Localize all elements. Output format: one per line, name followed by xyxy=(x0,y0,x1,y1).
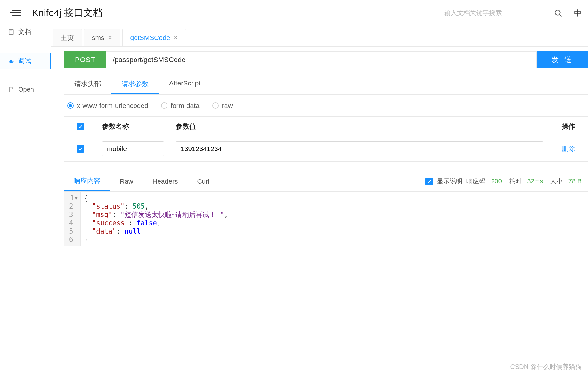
params-table: 参数名称 参数值 操作 xyxy=(64,116,588,162)
main-panel: 主页 sms ✕ getSMSCode ✕ POST /passport/get… xyxy=(51,26,588,375)
col-header-action: 操作 xyxy=(549,117,588,136)
svg-line-11 xyxy=(12,62,13,63)
search-input[interactable] xyxy=(442,6,544,20)
checkbox-show-desc[interactable] xyxy=(425,178,433,185)
radio-label: x-www-form-urlencoded xyxy=(77,102,148,109)
param-name-input[interactable] xyxy=(102,141,164,156)
sidebar-item-debug[interactable]: 调试 xyxy=(0,53,51,69)
resp-code-label: 响应码: xyxy=(466,177,487,186)
show-desc-label: 显示说明 xyxy=(437,177,462,186)
page-tabs: 主页 sms ✕ getSMSCode ✕ xyxy=(51,29,588,47)
bug-icon xyxy=(8,58,14,64)
language-switch[interactable]: 中 xyxy=(574,8,582,18)
resp-size-label: 大小: xyxy=(550,177,565,186)
delete-link[interactable]: 删除 xyxy=(562,144,575,153)
col-header-value: 参数值 xyxy=(170,117,549,136)
send-button[interactable]: 发 送 xyxy=(537,51,588,68)
sidebar-item-doc[interactable]: 文档 xyxy=(0,28,51,40)
app-title: Knife4j 接口文档 xyxy=(32,6,442,20)
table-row: 删除 xyxy=(64,136,588,161)
resp-tab-headers[interactable]: Headers xyxy=(143,172,187,190)
radio-urlencoded[interactable]: x-www-form-urlencoded xyxy=(67,102,148,109)
close-icon[interactable]: ✕ xyxy=(173,34,178,41)
radio-icon xyxy=(67,102,74,109)
svg-line-1 xyxy=(560,14,562,16)
col-header-name: 参数名称 xyxy=(96,117,170,136)
radio-label: raw xyxy=(222,102,233,109)
radio-raw[interactable]: raw xyxy=(212,102,233,109)
request-tabs: 请求头部 请求参数 AfterScript xyxy=(64,74,588,95)
sidebar-item-label: 文档 xyxy=(18,28,31,36)
req-tab-params[interactable]: 请求参数 xyxy=(111,74,159,94)
sidebar: 文档 调试 Open xyxy=(0,26,51,375)
doc-icon xyxy=(8,29,14,35)
close-icon[interactable]: ✕ xyxy=(108,34,112,41)
http-method-badge: POST xyxy=(64,51,106,68)
svg-line-10 xyxy=(9,62,10,63)
param-value-input[interactable] xyxy=(176,141,543,156)
resp-tab-raw[interactable]: Raw xyxy=(110,172,143,190)
radio-formdata[interactable]: form-data xyxy=(161,102,200,109)
resp-tab-curl[interactable]: Curl xyxy=(187,172,219,190)
body-type-radios: x-www-form-urlencoded form-data raw xyxy=(64,95,588,116)
url-row: POST /passport/getSMSCode 发 送 xyxy=(64,51,588,68)
sidebar-item-open[interactable]: Open xyxy=(0,82,51,97)
response-tabs: 响应内容 Raw Headers Curl 显示说明 响应码: 200 耗时: … xyxy=(64,171,588,192)
response-section: 响应内容 Raw Headers Curl 显示说明 响应码: 200 耗时: … xyxy=(64,171,588,246)
file-icon xyxy=(8,86,14,93)
svg-line-8 xyxy=(9,60,10,60)
svg-line-9 xyxy=(12,60,13,60)
radio-icon xyxy=(212,102,219,109)
radio-icon xyxy=(161,102,167,109)
resp-time-value: 32ms xyxy=(527,178,543,185)
search-icon[interactable] xyxy=(554,9,563,18)
sidebar-item-label: 调试 xyxy=(18,57,31,65)
tab-label: 主页 xyxy=(61,33,74,42)
tab-label: getSMSCode xyxy=(130,34,170,42)
radio-label: form-data xyxy=(171,102,200,109)
response-code-block: 1▾ 2 3 4 5 6 { "status": 505, "msg": "短信… xyxy=(64,192,588,246)
url-input[interactable]: /passport/getSMSCode xyxy=(106,51,537,68)
table-header-row: 参数名称 参数值 操作 xyxy=(64,117,588,136)
resp-size-value: 78 B xyxy=(568,178,582,185)
tab-label: sms xyxy=(92,34,104,42)
app-header: Knife4j 接口文档 中 xyxy=(0,0,588,26)
response-json-text[interactable]: { "status": 505, "msg": "短信发送太快啦~请稍后再试！ … xyxy=(81,192,231,246)
svg-point-0 xyxy=(555,10,560,15)
resp-code-value: 200 xyxy=(491,178,502,185)
menu-toggle-icon[interactable] xyxy=(10,7,22,20)
response-meta: 显示说明 响应码: 200 耗时: 32ms 大小: 78 B xyxy=(425,177,588,186)
tab-home[interactable]: 主页 xyxy=(53,29,82,46)
req-tab-afterscript[interactable]: AfterScript xyxy=(159,74,211,94)
svg-point-5 xyxy=(10,60,12,63)
checkbox-all[interactable] xyxy=(77,123,84,130)
line-gutter: 1▾ 2 3 4 5 6 xyxy=(64,192,81,246)
resp-tab-body[interactable]: 响应内容 xyxy=(64,171,110,191)
tab-getsmscode[interactable]: getSMSCode ✕ xyxy=(122,29,186,46)
resp-time-label: 耗时: xyxy=(509,177,524,186)
tab-sms[interactable]: sms ✕ xyxy=(84,29,120,46)
sidebar-item-label: Open xyxy=(18,86,34,93)
req-tab-headers[interactable]: 请求头部 xyxy=(64,74,111,94)
checkbox-row[interactable] xyxy=(77,145,84,153)
